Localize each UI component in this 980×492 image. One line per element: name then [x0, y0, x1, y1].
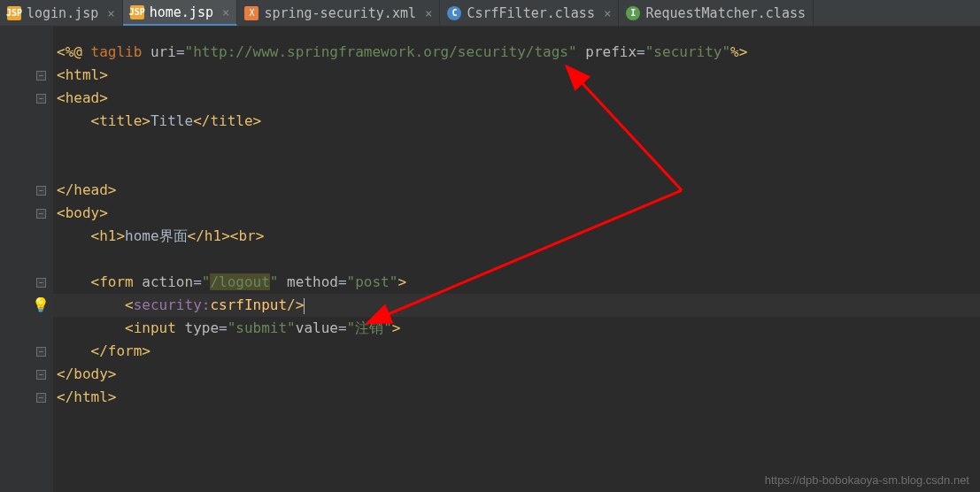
fold-icon[interactable]: − [36, 370, 46, 380]
jsp-icon: JSP [7, 6, 21, 20]
gutter: − − − − − − − − [0, 27, 53, 492]
interface-icon: I [626, 6, 640, 20]
close-icon[interactable]: × [222, 5, 229, 19]
code-line [53, 156, 980, 179]
code-line [53, 248, 980, 271]
code-line: <html> [53, 64, 980, 87]
watermark: https://dpb-bobokaoya-sm.blog.csdn.net [765, 473, 969, 487]
lightbulb-icon[interactable]: 💡 [32, 294, 50, 317]
code-line: <h1>home界面</h1><br> [53, 225, 980, 248]
code-line: </html> [53, 386, 980, 409]
code-line [53, 133, 980, 156]
editor: − − − − − − − − <%@ taglib uri="http://w… [0, 27, 980, 492]
code-line: <form action="/logout" method="post"> [53, 271, 980, 294]
tab-csrf-filter[interactable]: C CsrfFilter.class × [440, 0, 619, 26]
code-line: <input type="submit"value="注销"> [53, 317, 980, 340]
fold-icon[interactable]: − [36, 209, 46, 219]
close-icon[interactable]: × [107, 6, 114, 20]
tab-label: CsrfFilter.class [467, 5, 595, 21]
tab-label: spring-security.xml [264, 5, 416, 21]
caret [304, 298, 305, 314]
tab-bar: JSP login.jsp × JSP home.jsp × X spring-… [0, 0, 980, 27]
code-line: </form> [53, 340, 980, 363]
tab-home[interactable]: JSP home.jsp × [123, 0, 238, 26]
jsp-icon: JSP [130, 5, 144, 19]
close-icon[interactable]: × [425, 6, 432, 20]
fold-icon[interactable]: − [36, 393, 46, 403]
code-area[interactable]: <%@ taglib uri="http://www.springframewo… [53, 27, 980, 492]
tab-label: home.jsp [150, 4, 213, 20]
tab-spring-security[interactable]: X spring-security.xml × [237, 0, 440, 26]
fold-icon[interactable]: − [36, 94, 46, 104]
fold-icon[interactable]: − [36, 71, 46, 81]
code-line: <head> [53, 87, 980, 110]
close-icon[interactable]: × [604, 6, 611, 20]
class-icon: C [447, 6, 461, 20]
tab-label: login.jsp [27, 5, 98, 21]
code-line: </head> [53, 179, 980, 202]
code-line: <title>Title</title> [53, 110, 980, 133]
fold-icon[interactable]: − [36, 278, 46, 288]
tab-login[interactable]: JSP login.jsp × [0, 0, 123, 26]
tab-label: RequestMatcher.class [645, 5, 806, 21]
fold-icon[interactable]: − [36, 186, 46, 196]
code-line: <body> [53, 202, 980, 225]
code-line-active: 💡 <security:csrfInput/> [53, 294, 980, 317]
code-line: <%@ taglib uri="http://www.springframewo… [53, 41, 980, 64]
fold-icon[interactable]: − [36, 347, 46, 357]
tab-request-matcher[interactable]: I RequestMatcher.class [619, 0, 814, 26]
xml-icon: X [244, 6, 259, 20]
code-line: </body> [53, 363, 980, 386]
